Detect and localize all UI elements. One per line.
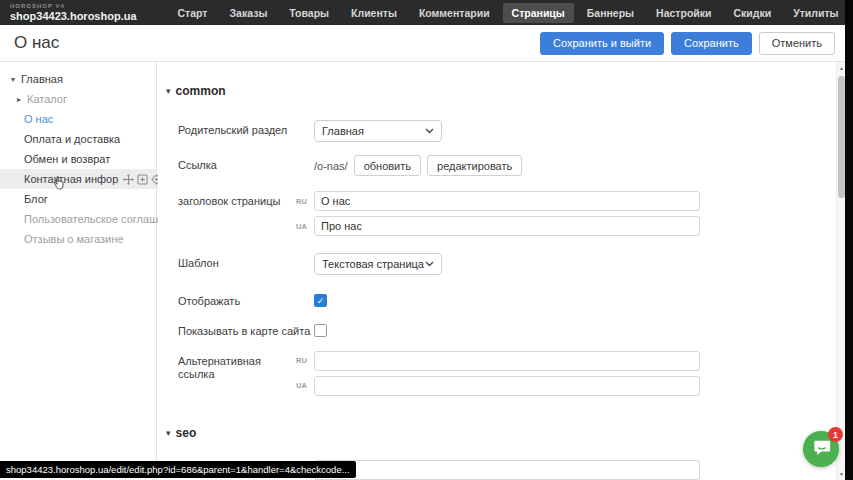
lang-inputs: RU UA xyxy=(296,460,700,480)
field-label: Шаблон xyxy=(178,253,314,271)
field-label: Ссылка xyxy=(178,155,314,173)
chevron-down-icon: ▾ xyxy=(166,428,171,438)
select-value: Главная xyxy=(322,125,364,137)
display-checkbox[interactable]: ✓ xyxy=(314,294,327,307)
vertical-scrollbar[interactable]: ▲ ▼ xyxy=(836,62,845,480)
sidebar-item-obmen[interactable]: Обмен и возврат xyxy=(0,149,156,169)
field-alt-link: Альтернативная ссылка RU UA xyxy=(178,351,837,396)
sidebar-item-katalog[interactable]: ▸ Каталог xyxy=(0,89,156,109)
sidebar-item-label: Контактная инфор xyxy=(24,173,118,185)
lang-ua-badge: UA xyxy=(296,222,314,231)
nav-pages[interactable]: Страницы xyxy=(503,3,574,23)
sidebar-item-glavnaya[interactable]: ▾ Главная xyxy=(0,69,156,89)
page-title: О нас xyxy=(14,33,59,53)
chevron-down-icon[interactable]: ▾ xyxy=(8,75,18,84)
template-select[interactable]: Текстовая страница xyxy=(314,253,442,275)
lang-ru-badge: RU xyxy=(296,356,314,365)
lang-ua-badge: UA xyxy=(296,381,314,390)
brand-domain: shop34423.horoshop.ua xyxy=(10,11,137,22)
page-header: О нас Сохранить и выйти Сохранить Отмени… xyxy=(0,25,853,62)
field-parent-section: Родительский раздел Главная xyxy=(178,120,837,142)
nav-comments[interactable]: Комментарии xyxy=(410,3,499,23)
field-label: Родительский раздел xyxy=(178,120,314,138)
brand-version: HOROSHOP V4 xyxy=(10,3,137,9)
cancel-button[interactable]: Отменить xyxy=(759,32,835,55)
section-title: seo xyxy=(176,426,197,440)
save-and-exit-button[interactable]: Сохранить и выйти xyxy=(540,32,664,55)
field-label: Показывать в карте сайта xyxy=(178,321,314,339)
alt-link-ru-input[interactable] xyxy=(314,351,700,371)
letterbox-strip xyxy=(845,0,853,480)
lang-inputs: RU UA xyxy=(296,351,700,396)
section-common-header[interactable]: ▾ common xyxy=(166,84,837,98)
nav-start[interactable]: Старт xyxy=(169,3,217,23)
page-title-ua-input[interactable] xyxy=(314,216,700,236)
refresh-link-button[interactable]: обновить xyxy=(354,155,421,176)
brand-logo[interactable]: HOROSHOP V4 shop34423.horoshop.ua xyxy=(0,3,147,22)
field-label: заголовок страницы xyxy=(178,191,296,209)
page-title-ru-input[interactable] xyxy=(314,191,700,211)
link-path: /o-nas/ xyxy=(314,160,348,172)
nav-banners[interactable]: Баннеры xyxy=(578,3,643,23)
html-title-ru-input[interactable] xyxy=(314,460,700,480)
sidebar-item-soglashenie[interactable]: Пользовательское соглашение xyxy=(0,209,156,229)
page-edit-form: ▾ common Родительский раздел Главная Ссы… xyxy=(158,62,837,480)
chevron-down-icon xyxy=(425,128,434,134)
field-sitemap: Показывать в карте сайта xyxy=(178,321,837,339)
sidebar-item-o-nas[interactable]: О нас xyxy=(0,109,156,129)
sidebar-item-label: О нас xyxy=(24,113,53,125)
chevron-down-icon: ▾ xyxy=(166,86,171,96)
field-page-title: заголовок страницы RU UA xyxy=(178,191,837,236)
header-buttons: Сохранить и выйти Сохранить Отменить xyxy=(540,32,839,55)
field-label: Отображать xyxy=(178,291,314,309)
lang-ru-badge: RU xyxy=(296,197,314,206)
chat-bubble-icon xyxy=(811,437,831,461)
sidebar-item-oplata[interactable]: Оплата и доставка xyxy=(0,129,156,149)
top-navigation: Старт Заказы Товары Клиенты Комментарии … xyxy=(169,3,853,23)
field-display: Отображать ✓ xyxy=(178,291,837,309)
move-icon[interactable] xyxy=(123,174,134,185)
lang-inputs: RU UA xyxy=(296,191,700,236)
topbar: HOROSHOP V4 shop34423.horoshop.ua Старт … xyxy=(0,0,853,25)
nav-utilities[interactable]: Утилиты xyxy=(784,3,847,23)
add-page-icon[interactable] xyxy=(137,174,148,185)
sidebar-item-label: Оплата и доставка xyxy=(24,133,120,145)
nav-clients[interactable]: Клиенты xyxy=(342,3,406,23)
nav-settings[interactable]: Настройки xyxy=(647,3,720,23)
sidebar-item-label: Отзывы о магазине xyxy=(24,233,123,245)
chevron-right-icon[interactable]: ▸ xyxy=(14,95,24,104)
app-window: HOROSHOP V4 shop34423.horoshop.ua Старт … xyxy=(0,0,853,480)
sidebar-item-label: Обмен и возврат xyxy=(24,153,110,165)
select-value: Текстовая страница xyxy=(322,258,424,270)
chat-widget-button[interactable]: 1 xyxy=(803,431,839,467)
parent-section-select[interactable]: Главная xyxy=(314,120,442,142)
nav-products[interactable]: Товары xyxy=(280,3,338,23)
sidebar-item-otzyvy[interactable]: Отзывы о магазине xyxy=(0,229,156,249)
chevron-down-icon xyxy=(425,261,434,267)
mouse-cursor xyxy=(53,176,66,192)
scrollbar-thumb[interactable] xyxy=(838,76,845,198)
alt-link-ua-input[interactable] xyxy=(314,376,700,396)
field-link: Ссылка /o-nas/ обновить редактировать xyxy=(178,155,837,176)
edit-link-button[interactable]: редактировать xyxy=(427,155,522,176)
section-title: common xyxy=(176,84,226,98)
field-template: Шаблон Текстовая страница xyxy=(178,253,837,275)
field-label: Альтернативная ссылка xyxy=(178,351,296,383)
save-button[interactable]: Сохранить xyxy=(671,32,752,55)
sitemap-checkbox[interactable] xyxy=(314,324,327,337)
nav-discounts[interactable]: Скидки xyxy=(725,3,781,23)
link-status-bar: shop34423.horoshop.ua/edit/edit.php?id=6… xyxy=(0,461,356,478)
chat-unread-badge: 1 xyxy=(828,427,843,442)
sidebar-item-blog[interactable]: Блог xyxy=(0,189,156,209)
sidebar-item-label: Каталог xyxy=(27,93,67,105)
sidebar-item-kontaktnaya[interactable]: Контактная инфор xyxy=(0,169,156,189)
section-seo-header[interactable]: ▾ seo xyxy=(166,426,837,440)
link-group: /o-nas/ обновить редактировать xyxy=(314,155,522,176)
pages-tree-sidebar: ▾ Главная ▸ Каталог О нас Оплата и доста… xyxy=(0,62,157,480)
nav-orders[interactable]: Заказы xyxy=(221,3,277,23)
sidebar-item-label: Главная xyxy=(21,73,63,85)
sidebar-item-label: Блог xyxy=(24,193,48,205)
